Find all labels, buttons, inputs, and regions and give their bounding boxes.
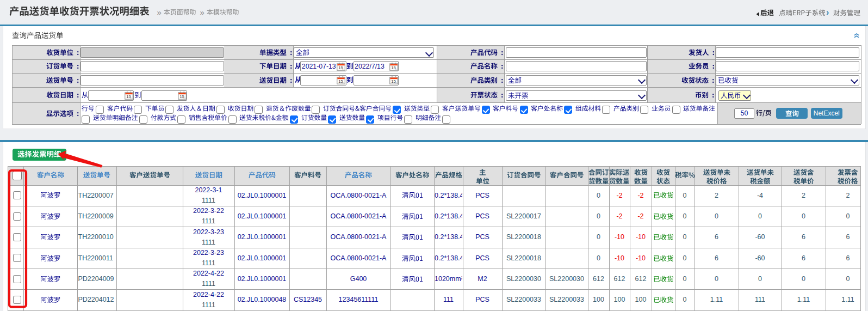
svg-text:31: 31: [342, 82, 345, 84]
svg-text:31: 31: [129, 97, 133, 100]
svg-text:31: 31: [394, 82, 398, 84]
svg-text:31: 31: [342, 68, 345, 70]
svg-text:31: 31: [183, 97, 187, 100]
svg-text:31: 31: [394, 68, 398, 70]
